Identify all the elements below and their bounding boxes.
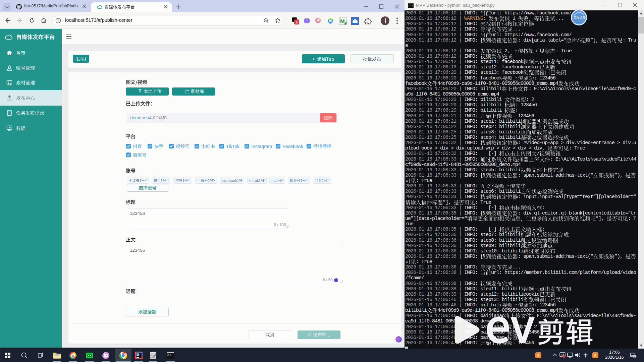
svg-text:S: S	[594, 353, 596, 358]
svg-text:S: S	[537, 353, 539, 358]
svg-text:2: 2	[296, 20, 298, 24]
svg-text:C:\: C:\	[409, 4, 413, 7]
svg-text:1: 1	[634, 355, 636, 358]
svg-text:e: e	[72, 354, 74, 358]
svg-text:C:\_: C:\_	[167, 354, 173, 357]
svg-text:U: U	[137, 353, 139, 356]
